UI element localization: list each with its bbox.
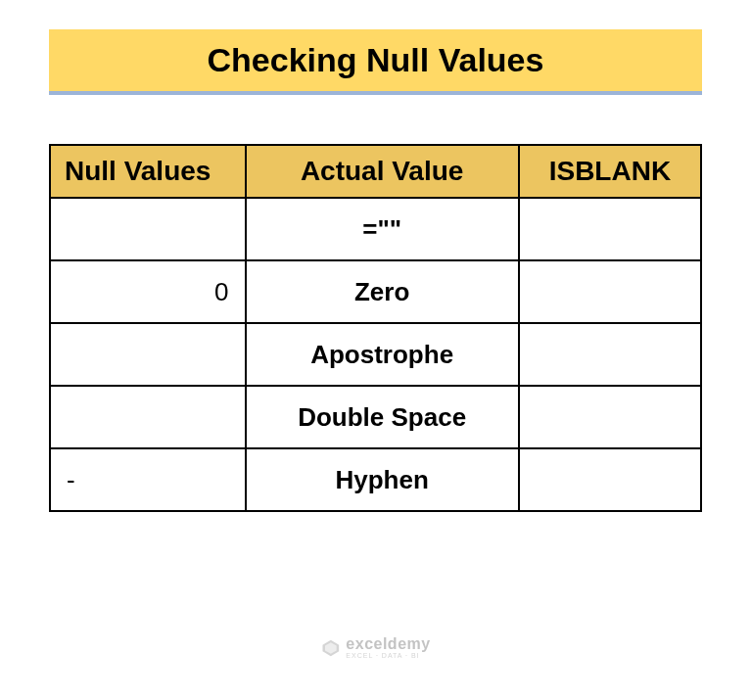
table-row: - Hyphen	[50, 448, 701, 511]
cell-actual-value: Double Space	[246, 386, 519, 448]
table-row: Double Space	[50, 386, 701, 448]
header-actual-value: Actual Value	[246, 145, 519, 198]
watermark-sub-text: EXCEL · DATA · BI	[346, 652, 430, 659]
cell-null-value: -	[50, 448, 246, 511]
table-row: =""	[50, 198, 701, 260]
cell-actual-value: =""	[246, 198, 519, 260]
watermark-text-block: exceldemy EXCEL · DATA · BI	[346, 636, 430, 659]
cell-isblank	[519, 448, 701, 511]
cell-null-value	[50, 323, 246, 386]
cell-isblank	[519, 260, 701, 323]
header-isblank: ISBLANK	[519, 145, 701, 198]
exceldemy-logo-icon	[320, 638, 340, 658]
header-null-values: Null Values	[50, 145, 246, 198]
title-banner: Checking Null Values	[49, 29, 702, 95]
cell-null-value	[50, 386, 246, 448]
watermark-main-text: exceldemy	[346, 636, 430, 652]
table-row: 0 Zero	[50, 260, 701, 323]
cell-actual-value: Apostrophe	[246, 323, 519, 386]
cell-isblank	[519, 386, 701, 448]
null-values-table: Null Values Actual Value ISBLANK ="" 0 Z…	[49, 144, 702, 512]
page-title: Checking Null Values	[208, 41, 544, 78]
watermark: exceldemy EXCEL · DATA · BI	[320, 636, 430, 659]
cell-null-value	[50, 198, 246, 260]
table-header-row: Null Values Actual Value ISBLANK	[50, 145, 701, 198]
cell-actual-value: Zero	[246, 260, 519, 323]
cell-null-value: 0	[50, 260, 246, 323]
table-row: Apostrophe	[50, 323, 701, 386]
cell-actual-value: Hyphen	[246, 448, 519, 511]
cell-isblank	[519, 323, 701, 386]
cell-isblank	[519, 198, 701, 260]
